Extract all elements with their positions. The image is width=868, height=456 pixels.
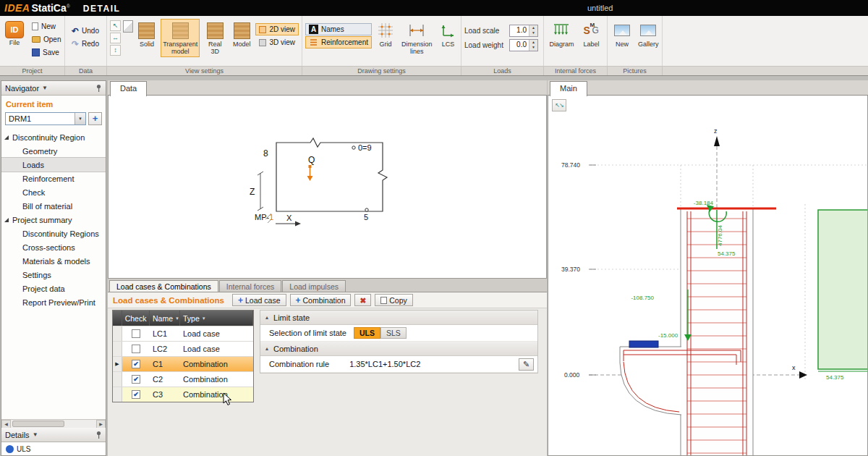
checkbox-checked[interactable]: ✔ <box>132 390 140 399</box>
undo-button[interactable]: ↶Undo <box>68 25 103 37</box>
names-button[interactable]: ANames <box>305 23 372 35</box>
solid-icon <box>138 22 155 39</box>
load-scale-input[interactable]: 1.0 ▲▼ <box>509 25 538 37</box>
solid-button[interactable]: Solid <box>135 19 158 50</box>
delete-button[interactable]: ✖ <box>354 294 371 306</box>
pin-icon[interactable] <box>95 84 102 92</box>
nav-item-check[interactable]: Check <box>1 185 106 199</box>
navigator-hscrollbar[interactable]: ◀ ▶ <box>1 419 106 428</box>
add-combination-button[interactable]: +Combination <box>290 294 352 306</box>
file-button[interactable]: ID File <box>3 19 26 48</box>
pin-icon[interactable] <box>95 431 102 439</box>
nav-item-cross-sections[interactable]: Cross-sections <box>1 240 106 254</box>
3d-view-button[interactable]: 3D view <box>255 36 299 48</box>
nav-item-reinforcement[interactable]: Reinforcement <box>1 172 106 185</box>
collapse-icon[interactable]: ▴ <box>265 314 268 321</box>
ribbon-group-pictures: New Gallery <box>608 16 663 66</box>
tab-main[interactable]: Main <box>550 81 587 96</box>
nav-item-project-summary[interactable]: Project summary <box>1 213 106 227</box>
checkbox-checked[interactable]: ✔ <box>132 375 140 384</box>
nav-item-geometry[interactable]: Geometry <box>1 144 106 158</box>
tab-internal-forces[interactable]: Internal forces <box>219 280 282 292</box>
copy-button[interactable]: Copy <box>375 294 413 306</box>
nav-item-settings[interactable]: Settings <box>1 268 106 282</box>
wireframe-cube-icon[interactable] <box>123 20 133 33</box>
moment-value: -38.184 <box>694 200 714 206</box>
load-weight-stepper[interactable]: ▲▼ <box>529 40 537 51</box>
transparent-model-button[interactable]: Transparent model <box>161 19 200 57</box>
limit-state-group-header[interactable]: ▴ Limit state <box>260 311 537 325</box>
col-name[interactable]: Name▼ <box>150 311 180 326</box>
collapse-icon[interactable]: ▴ <box>265 345 268 352</box>
tab-load-cases-combinations[interactable]: Load cases & Combinations <box>109 280 218 292</box>
uls-toggle[interactable]: ULS <box>354 327 380 339</box>
diagram-icon <box>553 22 570 38</box>
tree-expand-icon[interactable] <box>4 218 9 222</box>
grid-button[interactable]: Grid <box>374 19 397 50</box>
checkbox-unchecked[interactable] <box>132 345 140 353</box>
view-fit-button[interactable]: ↖ <box>110 20 121 31</box>
picture-new-button[interactable]: New <box>610 19 634 50</box>
filter-icon[interactable]: ▼ <box>175 316 179 321</box>
gallery-button[interactable]: Gallery <box>636 19 661 50</box>
details-uls-row: ULS <box>1 442 106 455</box>
nav-item-project-data[interactable]: Project data <box>1 282 106 295</box>
real-3d-button[interactable]: Real 3D <box>202 19 228 57</box>
nav-item-report-preview-print[interactable]: Report Preview/Print <box>1 295 106 309</box>
model-button[interactable]: Model <box>230 19 253 50</box>
add-load-case-button[interactable]: +Load case <box>232 294 286 306</box>
ribbon-group-labels: Project Data View settings Drawing setti… <box>0 66 868 75</box>
table-row-c1[interactable]: ▶ ✔ C1 Combination <box>113 356 253 371</box>
scrollbar-thumb[interactable] <box>12 421 64 427</box>
lcs-button[interactable]: LCS <box>437 19 460 50</box>
add-item-button[interactable]: + <box>88 112 102 125</box>
details-dropdown-icon[interactable]: ▼ <box>33 431 38 438</box>
2d-view-button[interactable]: 2D view <box>255 23 299 35</box>
scroll-left-icon[interactable]: ◀ <box>1 420 11 428</box>
filter-icon[interactable]: ▼ <box>202 316 206 321</box>
tab-data[interactable]: Data <box>110 81 147 96</box>
view-pan-button[interactable]: ↔ <box>110 33 121 43</box>
checkbox-unchecked[interactable] <box>132 329 140 338</box>
open-button[interactable]: Open <box>28 33 64 46</box>
checkbox-checked[interactable]: ✔ <box>132 360 140 368</box>
table-row-c3[interactable]: ✔ C3 Combination <box>113 387 253 402</box>
table-row-c2[interactable]: ✔ C2 Combination <box>113 371 253 387</box>
combo-dropdown-icon[interactable]: ▼ <box>75 113 85 124</box>
navigator-dropdown-icon[interactable]: ▼ <box>42 85 48 91</box>
navigator-header[interactable]: Navigator ▼ <box>1 81 106 96</box>
view-zoom-button[interactable]: ↕ <box>110 45 121 56</box>
table-row-lc2[interactable]: LC2 Load case <box>113 341 253 356</box>
group-label-view-settings: View settings <box>107 67 302 75</box>
new-button[interactable]: New <box>28 20 64 33</box>
nav-item-loads[interactable]: Loads <box>1 158 106 172</box>
col-check[interactable]: Check <box>122 311 150 326</box>
tree-expand-icon[interactable] <box>4 135 9 140</box>
edit-rule-button[interactable]: ✎ <box>519 358 534 371</box>
details-header[interactable]: Details ▼ <box>1 428 106 442</box>
save-button[interactable]: Save <box>28 46 64 59</box>
nav-item-discontinuity-regions[interactable]: Discontinuity Regions <box>1 227 106 240</box>
nav-item-materials-models[interactable]: Materials & models <box>1 254 106 268</box>
col-type[interactable]: Type▼ <box>180 311 253 326</box>
diagram-button[interactable]: Diagram <box>547 19 576 50</box>
scroll-right-icon[interactable]: ▶ <box>96 420 106 428</box>
fit-view-button[interactable]: ↖↘ <box>552 99 566 111</box>
sls-toggle[interactable]: SLS <box>380 327 407 339</box>
current-item-value: DRM1 <box>9 114 31 123</box>
mid-load-value: -108.750 <box>631 295 654 301</box>
redo-button[interactable]: ↷Redo <box>68 38 103 50</box>
load-weight-input[interactable]: 0.0 ▲▼ <box>509 39 538 51</box>
combination-group-header[interactable]: ▴ Combination <box>260 342 537 356</box>
nav-item-bill-of-material[interactable]: Bill of material <box>1 199 106 213</box>
tab-load-impulses[interactable]: Load impulses <box>282 280 346 292</box>
nav-item-discontinuity-region[interactable]: Discontinuity Region <box>1 130 106 144</box>
copy-icon <box>380 297 387 304</box>
table-row-lc1[interactable]: LC1 Load case <box>113 326 253 341</box>
current-item-select[interactable]: DRM1 ▼ <box>5 112 86 125</box>
2d-view-icon <box>259 26 266 33</box>
dimension-lines-button[interactable]: Dimension lines <box>399 19 435 57</box>
reinforcement-button[interactable]: Reinforcement <box>305 36 372 48</box>
label-button[interactable]: S M G Label <box>579 19 604 50</box>
load-scale-stepper[interactable]: ▲▼ <box>529 25 537 36</box>
